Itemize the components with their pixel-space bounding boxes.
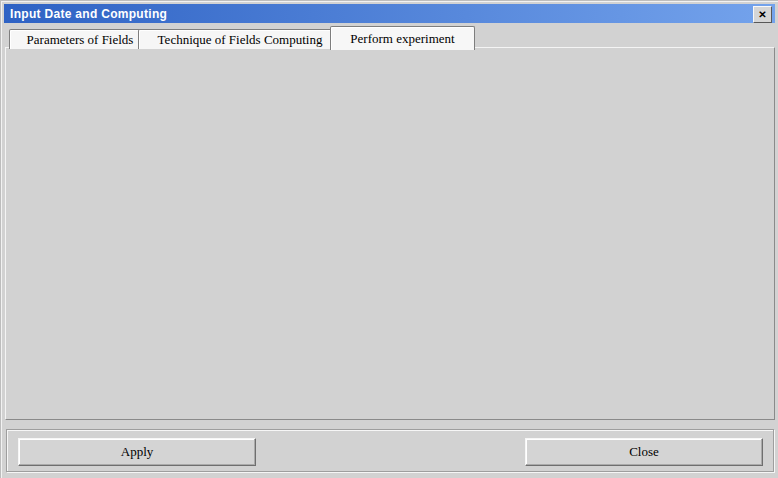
title-bar[interactable]: Input Date and Computing ✕ — [4, 4, 775, 23]
button-label: Apply — [121, 444, 154, 460]
tab-technique-of-fields-computing[interactable]: Technique of Fields Computing — [138, 29, 342, 49]
tab-label: Parameters of Fields — [27, 32, 134, 48]
tab-parameters-of-fields[interactable]: Parameters of Fields — [9, 29, 151, 49]
close-button[interactable]: Close — [525, 438, 763, 466]
tab-perform-experiment[interactable]: Perform experiment — [330, 26, 475, 50]
window-title: Input Date and Computing — [4, 7, 167, 21]
tab-content-panel — [5, 47, 775, 420]
tab-label: Technique of Fields Computing — [158, 32, 323, 48]
button-label: Close — [629, 444, 659, 460]
dialog-window: Input Date and Computing ✕ Parameters of… — [0, 0, 778, 478]
close-icon[interactable]: ✕ — [753, 6, 772, 23]
tab-label: Perform experiment — [350, 31, 454, 47]
apply-button[interactable]: Apply — [18, 438, 256, 466]
